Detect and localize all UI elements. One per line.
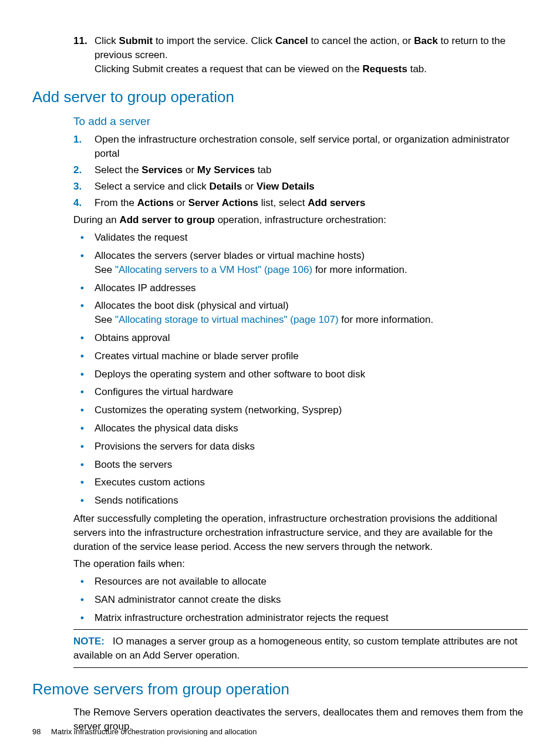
note-label: NOTE: — [73, 636, 104, 647]
paragraph-after: After successfully completing the operat… — [73, 512, 528, 553]
list-item: 2. Select the Services or My Services ta… — [73, 163, 528, 177]
text: From the — [95, 197, 137, 208]
step-body: Select a service and click Details or Vi… — [95, 180, 528, 194]
list-item: SAN administrator cannot create the disk… — [73, 593, 528, 607]
bold-add-server-to-group: Add server to group — [119, 214, 214, 225]
text: tab — [255, 164, 271, 175]
text: tab. — [407, 63, 427, 75]
list-item: Boots the servers — [73, 458, 528, 472]
bold-actions: Actions — [137, 197, 174, 208]
bold-my-services: My Services — [197, 164, 255, 175]
text: Clicking Submit creates a request that c… — [95, 63, 362, 75]
text: Select the — [95, 164, 141, 175]
text: Click — [95, 35, 119, 46]
list-item: Resources are not available to allocate — [73, 575, 528, 589]
step-number: 2. — [73, 163, 95, 177]
text: Allocates the servers (server blades or … — [95, 250, 365, 261]
divider — [73, 629, 528, 630]
text: for more information. — [312, 264, 407, 275]
text: Creates virtual machine or blade server … — [95, 349, 528, 363]
bold-services: Services — [141, 164, 183, 175]
step-number: 1. — [73, 133, 95, 161]
bold-back: Back — [414, 35, 438, 46]
list-item: 3. Select a service and click Details or… — [73, 180, 528, 194]
text: Provisions the servers for data disks — [95, 440, 528, 454]
fail-list: Resources are not available to allocate … — [73, 575, 528, 625]
step-body: Click Submit to import the service. Clic… — [95, 34, 528, 76]
heading-to-add: To add a server — [73, 114, 528, 130]
text: Select a service and click — [95, 181, 210, 192]
procedure-list: 1. Open the infrastructure orchestration… — [73, 133, 528, 210]
text: for more information. — [339, 314, 434, 325]
link-allocating-storage[interactable]: "Allocating storage to virtual machines"… — [115, 314, 339, 325]
text: Allocates the servers (server blades or … — [95, 249, 528, 277]
text: Allocates the boot disk (physical and vi… — [95, 299, 528, 327]
text: or — [174, 197, 188, 208]
text: Executes custom actions — [95, 475, 528, 490]
step-body: Select the Services or My Services tab — [95, 163, 528, 177]
text: or — [242, 181, 257, 192]
list-item: Customizes the operating system (network… — [73, 403, 528, 417]
list-item: Allocates the physical data disks — [73, 421, 528, 436]
step-body: From the Actions or Server Actions list,… — [95, 196, 528, 210]
text: Matrix infrastructure orchestration admi… — [95, 611, 528, 625]
list-item: Executes custom actions — [73, 475, 528, 490]
bold-requests: Requests — [362, 63, 407, 75]
page-number: 98 — [32, 727, 41, 736]
step-list-continued: 11. Click Submit to import the service. … — [73, 34, 528, 76]
text: or — [183, 164, 197, 175]
operation-list: Validates the request Allocates the serv… — [73, 231, 528, 508]
list-item: 11. Click Submit to import the service. … — [73, 34, 528, 76]
text: to import the service. Click — [153, 35, 275, 46]
list-item: Matrix infrastructure orchestration admi… — [73, 611, 528, 625]
list-item: Validates the request — [73, 231, 528, 245]
text: Resources are not available to allocate — [95, 575, 528, 589]
bold-cancel: Cancel — [275, 35, 308, 46]
text: Validates the request — [95, 231, 528, 245]
text: SAN administrator cannot create the disk… — [95, 593, 528, 607]
list-item: Sends notifications — [73, 494, 528, 508]
bold-add-servers: Add servers — [308, 197, 365, 208]
text: See — [95, 314, 115, 325]
list-item: Obtains approval — [73, 331, 528, 345]
step-number: 3. — [73, 180, 95, 194]
list-item: 1. Open the infrastructure orchestration… — [73, 133, 528, 161]
step-number: 4. — [73, 196, 95, 210]
bold-server-actions: Server Actions — [188, 197, 258, 208]
paragraph-fails: The operation fails when: — [73, 557, 528, 571]
list-item: Allocates IP addresses — [73, 281, 528, 295]
list-item: Configures the virtual hardware — [73, 385, 528, 399]
text: Allocates the physical data disks — [95, 421, 528, 436]
text: Allocates IP addresses — [95, 281, 528, 295]
note-text: IO manages a server group as a homogeneo… — [73, 636, 518, 661]
note-block: NOTE: IO manages a server group as a hom… — [73, 634, 528, 663]
list-item: Allocates the servers (server blades or … — [73, 249, 528, 277]
list-item: Deploys the operating system and other s… — [73, 367, 528, 382]
text: Configures the virtual hardware — [95, 385, 528, 399]
text: During an — [73, 214, 119, 225]
step-number: 11. — [73, 34, 95, 76]
bold-submit: Submit — [119, 35, 153, 46]
link-allocating-servers[interactable]: "Allocating servers to a VM Host" (page … — [115, 264, 312, 275]
bold-details: Details — [210, 181, 242, 192]
text: operation, infrastructure orchestration: — [215, 214, 386, 225]
text: Boots the servers — [95, 458, 528, 472]
text: Sends notifications — [95, 494, 528, 508]
text: See — [95, 264, 115, 275]
text: Customizes the operating system (network… — [95, 403, 528, 417]
text: Allocates the boot disk (physical and vi… — [95, 300, 289, 311]
heading-remove-servers: Remove servers from group operation — [32, 679, 528, 700]
bold-view-details: View Details — [257, 181, 315, 192]
heading-add-server: Add server to group operation — [32, 86, 528, 107]
list-item: Provisions the servers for data disks — [73, 440, 528, 454]
footer-title: Matrix infrastructure orchestration prov… — [51, 727, 257, 736]
text: Obtains approval — [95, 331, 528, 345]
text: list, select — [258, 197, 308, 208]
page-footer: 98 Matrix infrastructure orchestration p… — [32, 727, 257, 737]
text: to cancel the action, or — [308, 35, 414, 46]
paragraph: During an Add server to group operation,… — [73, 213, 528, 227]
list-item: 4. From the Actions or Server Actions li… — [73, 196, 528, 210]
list-item: Allocates the boot disk (physical and vi… — [73, 299, 528, 327]
text: Deploys the operating system and other s… — [95, 367, 528, 382]
list-item: Creates virtual machine or blade server … — [73, 349, 528, 363]
